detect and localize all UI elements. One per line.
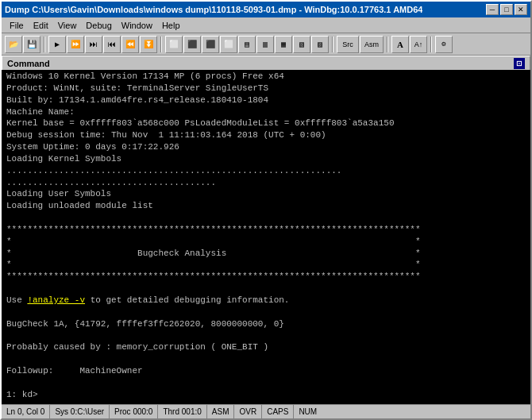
toolbar-btn-1[interactable]: ▶ xyxy=(48,36,66,53)
status-proc: Proc 000:0 xyxy=(110,405,158,418)
status-asm: ASM xyxy=(207,405,235,418)
toolbar-btn-6[interactable]: ⏬ xyxy=(140,36,157,53)
status-sys: Sys 0:C:\User xyxy=(50,405,110,418)
toolbar-btn-14[interactable]: ▧ xyxy=(293,36,310,53)
toolbar: 📂 💾 ▶ ⏩ ⏭ ⏮ ⏪ ⏬ ⬜ ⬛ ⬛ ⬜ ▤ ▥ ▦ ▧ ▨ Src As… xyxy=(2,33,530,56)
toolbar-sep-2 xyxy=(160,37,162,52)
close-button[interactable]: ✕ xyxy=(515,4,527,15)
toolbar-btn-12[interactable]: ▥ xyxy=(256,36,274,53)
toolbar-btn-4[interactable]: ⏮ xyxy=(103,36,121,53)
title-buttons: ─ □ ✕ xyxy=(486,4,527,15)
toolbar-group-2: ▶ ⏩ ⏭ ⏮ ⏪ ⏬ xyxy=(48,36,157,53)
toolbar-btn-open[interactable]: 📂 xyxy=(5,36,22,53)
toolbar-btn-9[interactable]: ⬛ xyxy=(202,36,219,53)
toolbar-group-5: A A↑ xyxy=(391,36,427,53)
panel-label-text: Command xyxy=(7,59,50,68)
toolbar-sep-4 xyxy=(387,37,388,52)
maximize-button[interactable]: □ xyxy=(500,4,513,15)
output-text-after-link: to get detailed debugging information. B… xyxy=(6,295,289,399)
command-output[interactable]: Microsoft (R) Windows Debugger Version 1… xyxy=(2,70,530,404)
toolbar-btn-extra[interactable]: ⚙ xyxy=(435,36,453,53)
toolbar-sep-3 xyxy=(332,37,333,52)
toolbar-sep-5 xyxy=(430,37,432,52)
toolbar-btn-3[interactable]: ⏭ xyxy=(85,36,102,53)
toolbar-sep-1 xyxy=(44,37,45,52)
status-bar: Ln 0, Col 0 Sys 0:C:\User Proc 000:0 Thr… xyxy=(2,404,530,418)
toolbar-btn-8[interactable]: ⬛ xyxy=(183,36,201,53)
title-text: Dump C:\Users\Gavin\Downloads\windows du… xyxy=(5,5,422,14)
toolbar-group-3: ⬜ ⬛ ⬛ ⬜ ▤ ▥ ▦ ▧ ▨ xyxy=(165,36,329,53)
menu-view[interactable]: View xyxy=(53,20,82,31)
analyze-link[interactable]: !analyze -v xyxy=(27,295,85,305)
toolbar-btn-src[interactable]: Src xyxy=(337,36,359,53)
toolbar-btn-10[interactable]: ⬜ xyxy=(220,36,237,53)
menu-bar: File Edit View Debug Window Help xyxy=(2,17,530,33)
status-ln-col: Ln 0, Col 0 xyxy=(2,405,50,418)
menu-file[interactable]: File xyxy=(5,20,29,31)
toolbar-btn-font[interactable]: A xyxy=(391,36,409,53)
toolbar-btn-font2[interactable]: A↑ xyxy=(410,36,427,53)
toolbar-btn-2[interactable]: ⏩ xyxy=(67,36,84,53)
output-text-before-link: Microsoft (R) Windows Debugger Version 1… xyxy=(6,70,530,305)
toolbar-group-4: Src Asm xyxy=(337,36,384,53)
status-caps: CAPS xyxy=(262,405,294,418)
status-ovr: OVR xyxy=(234,405,262,418)
title-bar: Dump C:\Users\Gavin\Downloads\windows du… xyxy=(2,2,530,17)
main-window: Dump C:\Users\Gavin\Downloads\windows du… xyxy=(0,0,532,420)
toolbar-btn-7[interactable]: ⬜ xyxy=(165,36,183,53)
toolbar-btn-save[interactable]: 💾 xyxy=(23,36,40,53)
panel-label: Command ⊡ xyxy=(2,56,530,70)
menu-window[interactable]: Window xyxy=(117,20,157,31)
panel-icon: ⊡ xyxy=(514,58,525,69)
menu-edit[interactable]: Edit xyxy=(29,20,53,31)
toolbar-btn-13[interactable]: ▦ xyxy=(275,36,292,53)
menu-debug[interactable]: Debug xyxy=(81,20,116,31)
status-num: NUM xyxy=(294,405,322,418)
status-thrd: Thrd 001:0 xyxy=(158,405,206,418)
toolbar-btn-11[interactable]: ▤ xyxy=(238,36,256,53)
toolbar-btn-asm[interactable]: Asm xyxy=(360,36,384,53)
toolbar-btn-5[interactable]: ⏪ xyxy=(121,36,139,53)
toolbar-group-1: 📂 💾 xyxy=(5,36,40,53)
minimize-button[interactable]: ─ xyxy=(486,4,499,15)
menu-help[interactable]: Help xyxy=(157,20,185,31)
toolbar-btn-15[interactable]: ▨ xyxy=(311,36,329,53)
